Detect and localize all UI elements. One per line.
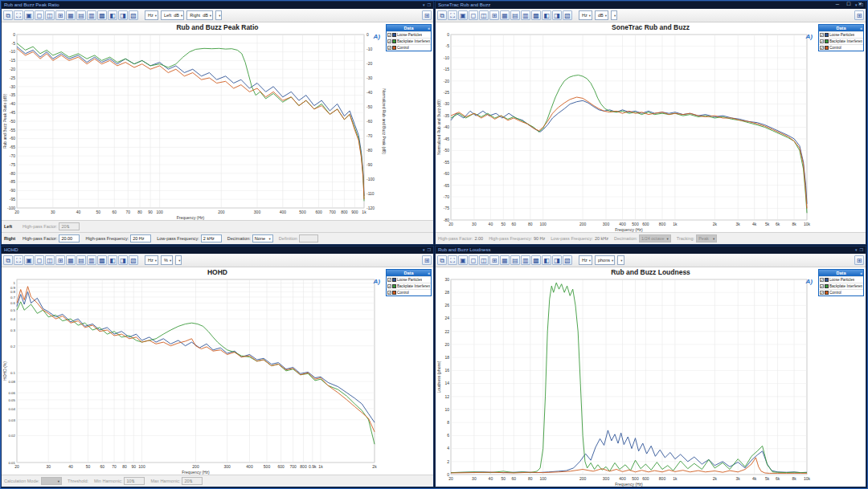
legend-entry[interactable]: ✔Backplate Interference <box>819 38 863 44</box>
overlay-icon[interactable]: ▦ <box>500 10 510 20</box>
overlay-icon[interactable]: ▦ <box>66 10 76 20</box>
float-icon[interactable]: ❐ <box>428 247 431 254</box>
overlay-icon[interactable]: ▦ <box>66 255 76 265</box>
export-icon[interactable]: ⛶ <box>14 255 23 265</box>
param-input[interactable]: 20.00 <box>59 234 80 242</box>
export-icon[interactable]: ⛶ <box>448 10 457 20</box>
y-unit-combo[interactable]: phons▾ <box>595 255 615 265</box>
legend-toggle-icon[interactable]: ▩ <box>97 10 107 20</box>
export-icon[interactable]: ⛶ <box>448 255 457 265</box>
legend-entry[interactable]: ✔Backplate Interference <box>387 283 431 289</box>
legend-entry[interactable]: ✔Control <box>819 44 863 51</box>
tile-grid-icon[interactable]: ⊞ <box>55 10 65 20</box>
y-unit-combo[interactable]: %▾ <box>161 255 173 265</box>
legend-header[interactable]: Data« <box>819 270 863 276</box>
pin-icon[interactable]: ▾ <box>423 2 425 9</box>
zoom-icon[interactable]: ◨ <box>552 10 562 20</box>
print-icon[interactable]: ▣ <box>458 255 468 265</box>
legend-checkbox[interactable]: ✔ <box>820 278 824 282</box>
tile-vertical-icon[interactable]: ◫ <box>45 255 55 265</box>
legend-checkbox[interactable]: ✔ <box>820 33 824 37</box>
export-icon[interactable]: ⛶ <box>14 10 23 20</box>
zoom-icon[interactable]: ◨ <box>552 255 562 265</box>
print-icon[interactable]: ▣ <box>24 10 34 20</box>
legend-pin-icon[interactable]: « <box>428 25 430 31</box>
maximize-button[interactable]: ☐ <box>843 1 854 8</box>
pin-icon[interactable]: ▾ <box>855 247 858 254</box>
table-view-icon[interactable]: ▥ <box>87 255 96 265</box>
chart-hohd[interactable]: 2030405060708090100200300400500600700800… <box>2 276 380 475</box>
param-input[interactable]: 2 kHz <box>201 234 222 242</box>
legend-checkbox[interactable]: ✔ <box>820 291 824 295</box>
legend-checkbox[interactable]: ✔ <box>387 291 391 295</box>
close-button[interactable]: ✕ <box>854 1 866 8</box>
zoom-icon[interactable]: ◨ <box>118 10 128 20</box>
tile-vertical-icon[interactable]: ◫ <box>479 10 489 20</box>
legend-header[interactable]: Data« <box>387 25 431 31</box>
x-unit-combo[interactable]: Hz▾ <box>145 255 158 265</box>
cursor-icon[interactable]: ◧ <box>542 10 551 20</box>
waterfall-icon[interactable]: ▤ <box>76 255 86 265</box>
tile-grid-icon[interactable]: ⊞ <box>55 255 65 265</box>
param-input[interactable]: 20 Hz <box>130 234 151 242</box>
cursor-icon[interactable]: ◧ <box>108 255 117 265</box>
single-graph-icon[interactable]: ◻ <box>35 10 44 20</box>
legend-checkbox[interactable]: ✔ <box>820 284 824 288</box>
y-unit-combo[interactable]: dB▾ <box>595 10 608 20</box>
legend-checkbox[interactable]: ✔ <box>387 284 391 288</box>
left-y-unit-combo[interactable]: Left dB▾ <box>161 10 184 20</box>
extra-dropdown[interactable]: ▾ <box>611 10 617 20</box>
print-icon[interactable]: ▣ <box>24 255 34 265</box>
legend-checkbox[interactable]: ✔ <box>820 39 824 43</box>
legend-pin-icon[interactable]: « <box>428 270 430 276</box>
dock-layout-icon[interactable]: ⊞ <box>422 10 432 20</box>
table-view-icon[interactable]: ▥ <box>521 255 530 265</box>
legend-checkbox[interactable]: ✔ <box>387 33 391 37</box>
legend-toggle-icon[interactable]: ▩ <box>531 255 541 265</box>
cursor-icon[interactable]: ◧ <box>542 255 551 265</box>
panel-titlebar[interactable]: Rub and Buzz Loudness ▾ ❐ <box>436 247 866 254</box>
waterfall-icon[interactable]: ▤ <box>510 10 520 20</box>
copy-to-clipboard-icon[interactable]: ⧉ <box>437 255 447 265</box>
legend-entry[interactable]: ✔Loose Particles <box>387 31 431 38</box>
axes-settings-icon[interactable]: ▧ <box>129 255 138 265</box>
cursor-icon[interactable]: ◧ <box>108 10 117 20</box>
legend-entry[interactable]: ✔Backplate Interference <box>387 38 431 44</box>
table-view-icon[interactable]: ▥ <box>521 10 530 20</box>
waterfall-icon[interactable]: ▤ <box>76 10 86 20</box>
legend-entry[interactable]: ✔Loose Particles <box>387 276 431 283</box>
tile-grid-icon[interactable]: ⊞ <box>489 255 499 265</box>
panel-titlebar[interactable]: HOHD ▾ ❐ <box>2 247 433 254</box>
legend-entry[interactable]: ✔Control <box>387 289 431 295</box>
chart-rub-and-buzz-loudness[interactable]: 2030405060801002003004005006008001k2k3k4… <box>436 276 813 487</box>
print-icon[interactable]: ▣ <box>458 10 468 20</box>
single-graph-icon[interactable]: ◻ <box>35 255 44 265</box>
panel-titlebar[interactable]: Rub and Buzz Peak Ratio ▾ ❐ <box>2 2 433 9</box>
single-graph-icon[interactable]: ◻ <box>469 255 478 265</box>
dock-layout-icon[interactable]: ⊞ <box>854 10 864 20</box>
overlay-icon[interactable]: ▦ <box>500 255 510 265</box>
right-y-unit-combo[interactable]: Right dB▾ <box>186 10 213 20</box>
panel-titlebar[interactable]: SoneTrac Rub and Buzz ▾ ❐ <box>436 2 866 9</box>
legend-entry[interactable]: ✔Control <box>387 44 431 51</box>
legend-checkbox[interactable]: ✔ <box>387 46 391 50</box>
legend-header[interactable]: Data« <box>819 25 863 31</box>
legend-checkbox[interactable]: ✔ <box>820 46 824 50</box>
copy-to-clipboard-icon[interactable]: ⧉ <box>3 10 13 20</box>
tile-grid-icon[interactable]: ⊞ <box>489 10 499 20</box>
waterfall-icon[interactable]: ▤ <box>510 255 520 265</box>
legend-pin-icon[interactable]: « <box>860 25 862 31</box>
tile-vertical-icon[interactable]: ◫ <box>479 255 489 265</box>
legend-entry[interactable]: ✔Loose Particles <box>819 276 863 283</box>
table-view-icon[interactable]: ▥ <box>87 10 96 20</box>
legend-checkbox[interactable]: ✔ <box>387 278 391 282</box>
pin-icon[interactable]: ▾ <box>423 247 425 254</box>
legend-checkbox[interactable]: ✔ <box>387 39 391 43</box>
legend-pin-icon[interactable]: « <box>860 270 862 276</box>
dock-layout-icon[interactable]: ⊞ <box>854 255 864 265</box>
minimize-button[interactable]: ─ <box>832 1 843 8</box>
x-unit-combo[interactable]: Hz▾ <box>579 10 592 20</box>
legend-toggle-icon[interactable]: ▩ <box>97 255 107 265</box>
param-select[interactable]: None▾ <box>252 234 273 242</box>
legend-entry[interactable]: ✔Backplate Interference <box>819 283 863 289</box>
